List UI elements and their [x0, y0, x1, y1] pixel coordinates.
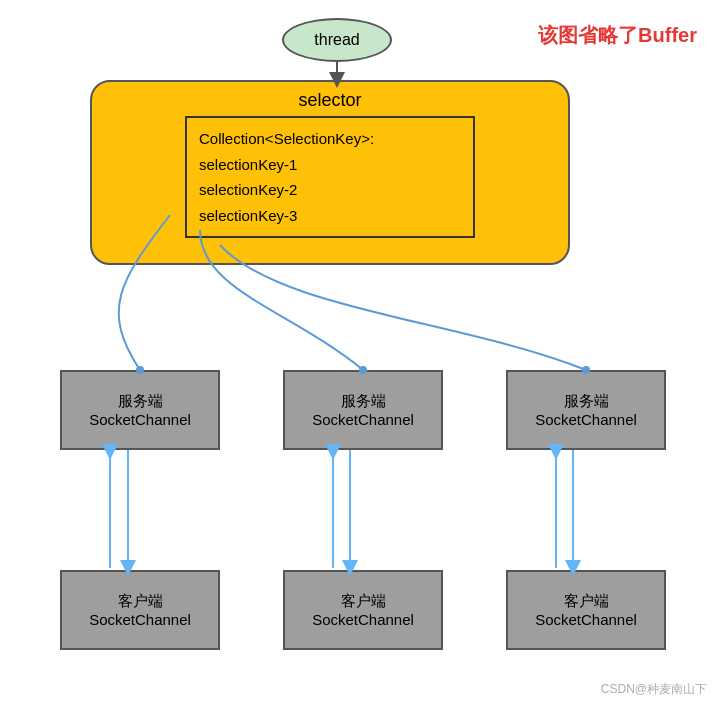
buffer-note: 该图省略了Buffer	[538, 22, 697, 49]
client3-line2: SocketChannel	[535, 611, 637, 628]
collection-line1: Collection<SelectionKey>:	[199, 126, 461, 152]
client2-line2: SocketChannel	[312, 611, 414, 628]
server2-line1: 服务端	[341, 392, 386, 411]
client2-line1: 客户端	[341, 592, 386, 611]
server-box-1: 服务端 SocketChannel	[60, 370, 220, 450]
client-box-1: 客户端 SocketChannel	[60, 570, 220, 650]
server1-line2: SocketChannel	[89, 411, 191, 428]
server2-line2: SocketChannel	[312, 411, 414, 428]
thread-ellipse: thread	[282, 18, 392, 62]
collection-line4: selectionKey-3	[199, 203, 461, 229]
server-box-2: 服务端 SocketChannel	[283, 370, 443, 450]
client-box-2: 客户端 SocketChannel	[283, 570, 443, 650]
watermark: CSDN@种麦南山下	[601, 681, 707, 698]
server3-line2: SocketChannel	[535, 411, 637, 428]
client3-line1: 客户端	[564, 592, 609, 611]
server3-line1: 服务端	[564, 392, 609, 411]
selector-label: selector	[298, 90, 361, 111]
server1-line1: 服务端	[118, 392, 163, 411]
client1-line2: SocketChannel	[89, 611, 191, 628]
collection-line3: selectionKey-2	[199, 177, 461, 203]
server-box-3: 服务端 SocketChannel	[506, 370, 666, 450]
client1-line1: 客户端	[118, 592, 163, 611]
thread-label: thread	[314, 31, 359, 49]
diagram-container: 该图省略了Buffer thread selector Collection<S…	[0, 0, 727, 708]
collection-box: Collection<SelectionKey>: selectionKey-1…	[185, 116, 475, 238]
selector-box: selector Collection<SelectionKey>: selec…	[90, 80, 570, 265]
client-box-3: 客户端 SocketChannel	[506, 570, 666, 650]
collection-line2: selectionKey-1	[199, 152, 461, 178]
